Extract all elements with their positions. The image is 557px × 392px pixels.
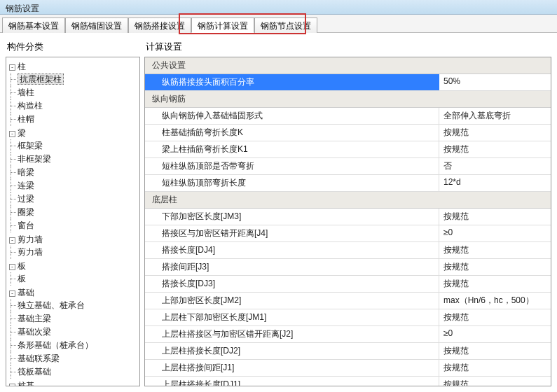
setting-label: 短柱纵筋顶部是否带弯折: [145, 158, 439, 174]
tree-container[interactable]: -柱抗震框架柱墙柱构造柱柱帽-梁框架梁非框架梁暗梁连梁过梁圈梁窗台-剪力墙剪力墙…: [6, 57, 140, 386]
setting-value[interactable]: 按规范: [439, 209, 551, 225]
setting-value[interactable]: 按规范: [439, 125, 551, 141]
setting-row[interactable]: 下部加密区长度[JM3]按规范: [145, 209, 551, 225]
setting-label: 柱基础插筋弯折长度K: [145, 125, 439, 141]
tree-group-label[interactable]: 剪力墙: [18, 234, 43, 244]
setting-label: 纵向钢筋伸入基础锚固形式: [145, 108, 439, 124]
setting-label: 上层柱搭接长度[DJ1]: [145, 377, 439, 386]
setting-value[interactable]: 否: [439, 158, 551, 174]
setting-value[interactable]: 按规范: [439, 276, 551, 292]
tree-toggle-icon[interactable]: -: [9, 237, 15, 244]
tree-group[interactable]: -板板: [9, 260, 137, 286]
setting-row[interactable]: 纵向钢筋伸入基础锚固形式全部伸入基底弯折: [145, 108, 551, 125]
setting-row[interactable]: 上层柱搭接间距[J1]按规范: [145, 360, 551, 377]
group-header: 公共设置: [145, 57, 551, 74]
setting-row[interactable]: 上层柱搭接区与加密区错开距离[J2]≥0: [145, 326, 551, 343]
tree-item-label: 构造柱: [18, 101, 43, 111]
tree-item[interactable]: 非框架梁: [18, 153, 137, 166]
setting-row[interactable]: 柱基础插筋弯折长度K按规范: [145, 125, 551, 141]
tree-item[interactable]: 暗梁: [18, 166, 137, 179]
tree-item-label: 剪力墙: [18, 247, 43, 257]
right-panel: 计算设置 公共设置纵筋搭接接头面积百分率50%纵向钢筋纵向钢筋伸入基础锚固形式全…: [144, 38, 551, 386]
tree-item-label: 过梁: [18, 194, 34, 204]
setting-value[interactable]: ≥0: [439, 326, 551, 342]
setting-row[interactable]: 梁上柱插筋弯折长度K1按规范: [145, 141, 551, 158]
tree-item[interactable]: 过梁: [18, 192, 137, 206]
setting-value[interactable]: max（Hn/6，hc，500）: [439, 293, 551, 309]
setting-label: 梁上柱插筋弯折长度K1: [145, 141, 439, 158]
tree-item[interactable]: 窗台: [18, 219, 137, 232]
setting-row[interactable]: 上层柱下部加密区长度[JM1]按规范: [145, 309, 551, 326]
tree-item[interactable]: 条形基础（桩承台）: [18, 339, 137, 352]
setting-value[interactable]: 按规范: [439, 360, 551, 376]
setting-value[interactable]: 按规范: [439, 377, 551, 386]
tree-group[interactable]: -桩基桩基: [9, 379, 137, 386]
tree-item[interactable]: 筏板基础: [18, 365, 137, 379]
setting-row[interactable]: 搭接长度[DJ3]按规范: [145, 276, 551, 293]
tree-item-label: 非框架梁: [18, 154, 51, 164]
setting-row[interactable]: 上层柱搭接长度[DJ2]按规范: [145, 343, 551, 360]
setting-value[interactable]: ≥0: [439, 225, 551, 241]
tree-item[interactable]: 剪力墙: [18, 246, 137, 259]
tab-splice[interactable]: 钢筋搭接设置: [128, 18, 191, 33]
tree-item[interactable]: 框架梁: [18, 139, 137, 153]
setting-value[interactable]: 按规范: [439, 259, 551, 275]
tree-item-label: 条形基础（桩承台）: [18, 340, 93, 350]
tab-node[interactable]: 钢筋节点设置: [254, 18, 317, 33]
setting-value[interactable]: 50%: [439, 74, 551, 90]
tab-anchor[interactable]: 钢筋锚固设置: [65, 18, 128, 33]
setting-row[interactable]: 上层柱搭接长度[DJ1]按规范: [145, 377, 551, 386]
tree-item[interactable]: 圈梁: [18, 206, 137, 219]
setting-label: 搭接间距[J3]: [145, 259, 439, 275]
tree-item[interactable]: 抗震框架柱: [18, 73, 137, 86]
tree-item[interactable]: 基础主梁: [18, 312, 137, 326]
tree-item-label: 基础联系梁: [18, 354, 60, 363]
setting-value[interactable]: 按规范: [439, 343, 551, 359]
tree-group-label[interactable]: 桩基: [18, 381, 34, 386]
tree-item[interactable]: 连梁: [18, 179, 137, 192]
tree-group[interactable]: -梁框架梁非框架梁暗梁连梁过梁圈梁窗台: [9, 127, 137, 233]
setting-row[interactable]: 上部加密区长度[JM2]max（Hn/6，hc，500）: [145, 293, 551, 309]
tree-group-label[interactable]: 基础: [18, 288, 34, 298]
tree-toggle-icon[interactable]: -: [9, 290, 15, 297]
tree-item[interactable]: 墙柱: [18, 86, 137, 99]
tree-item-label: 基础主梁: [18, 314, 51, 323]
setting-row[interactable]: 搭接间距[J3]按规范: [145, 259, 551, 276]
tree-item-label: 墙柱: [18, 88, 34, 97]
tree-toggle-icon[interactable]: -: [9, 384, 15, 386]
setting-value[interactable]: 按规范: [439, 141, 551, 158]
setting-value[interactable]: 按规范: [439, 309, 551, 326]
setting-row[interactable]: 纵筋搭接接头面积百分率50%: [145, 74, 551, 91]
settings-table[interactable]: 公共设置纵筋搭接接头面积百分率50%纵向钢筋纵向钢筋伸入基础锚固形式全部伸入基底…: [144, 57, 551, 386]
tree-item[interactable]: 柱帽: [18, 113, 137, 126]
tree-group[interactable]: -柱抗震框架柱墙柱构造柱柱帽: [9, 60, 137, 127]
tree-item[interactable]: 板: [18, 272, 137, 286]
setting-value[interactable]: 按规范: [439, 242, 551, 258]
setting-row[interactable]: 搭接长度[DJ4]按规范: [145, 242, 551, 259]
tree-item[interactable]: 基础次梁: [18, 326, 137, 339]
setting-row[interactable]: 搭接区与加密区错开距离[J4]≥0: [145, 225, 551, 242]
setting-value[interactable]: 全部伸入基底弯折: [439, 108, 551, 124]
tab-bar: 钢筋基本设置 钢筋锚固设置 钢筋搭接设置 钢筋计算设置 钢筋节点设置: [0, 15, 557, 33]
tree-toggle-icon[interactable]: -: [9, 264, 15, 270]
setting-row[interactable]: 短柱纵筋顶部弯折长度12*d: [145, 175, 551, 192]
tree-group-label[interactable]: 板: [18, 261, 26, 271]
setting-row[interactable]: 短柱纵筋顶部是否带弯折否: [145, 158, 551, 175]
tree-item-label: 窗台: [18, 220, 34, 230]
setting-value[interactable]: 12*d: [439, 175, 551, 191]
tree-item[interactable]: 独立基础、桩承台: [18, 299, 137, 312]
tree-group[interactable]: -基础独立基础、桩承台基础主梁基础次梁条形基础（桩承台）基础联系梁筏板基础: [9, 286, 137, 379]
tree-item-label: 暗梁: [18, 167, 34, 177]
tree-toggle-icon[interactable]: -: [9, 64, 15, 71]
tree-toggle-icon[interactable]: -: [9, 131, 15, 137]
tree-group-label[interactable]: 柱: [18, 62, 26, 71]
tab-calc[interactable]: 钢筋计算设置: [191, 18, 254, 33]
group-header: 纵向钢筋: [145, 91, 551, 108]
setting-label: 上层柱搭接长度[DJ2]: [145, 343, 439, 359]
tree-item-label: 圈梁: [18, 207, 34, 217]
tree-item[interactable]: 构造柱: [18, 99, 137, 113]
tree-group-label[interactable]: 梁: [18, 128, 26, 138]
tab-basic[interactable]: 钢筋基本设置: [2, 18, 65, 33]
tree-group[interactable]: -剪力墙剪力墙: [9, 233, 137, 260]
tree-item[interactable]: 基础联系梁: [18, 352, 137, 365]
